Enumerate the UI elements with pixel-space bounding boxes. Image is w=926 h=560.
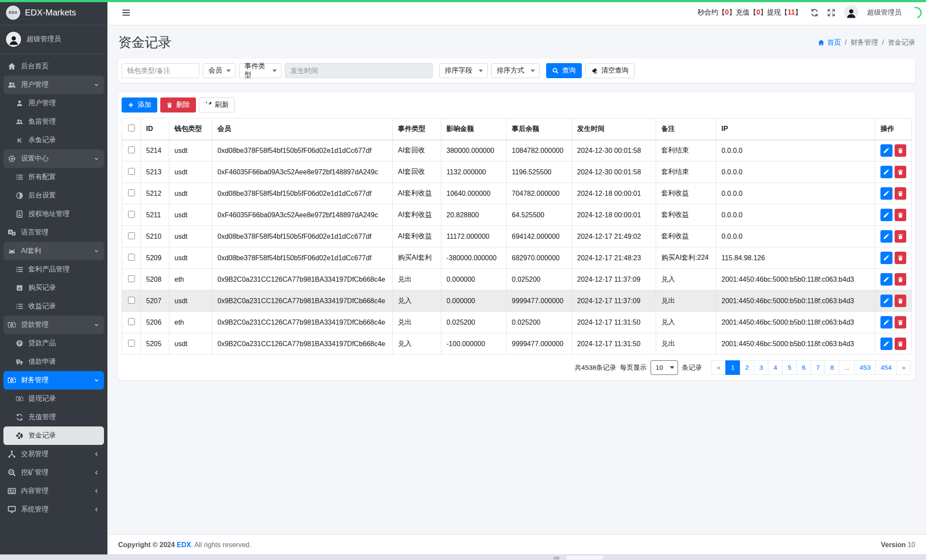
content: 资金记录 首页 / 财务管理 / 资金记录 会员 xyxy=(107,25,926,534)
row-checkbox[interactable] xyxy=(128,275,135,282)
edit-button[interactable] xyxy=(880,144,892,157)
event-type-select[interactable]: 事件类型 xyxy=(239,63,281,78)
sidebar-item-10[interactable]: AI套利 xyxy=(3,242,104,260)
delete-row-button[interactable] xyxy=(895,252,907,264)
delete-row-button[interactable] xyxy=(895,316,907,329)
page-button-1[interactable]: 1 xyxy=(725,360,740,375)
edit-button[interactable] xyxy=(880,209,892,221)
sidebar-item-24[interactable]: 系统管理 xyxy=(3,500,104,519)
sidebar-item-21[interactable]: 交易管理 xyxy=(3,445,104,463)
delete-row-button[interactable] xyxy=(895,187,907,200)
sidebar-item-0[interactable]: 后台首页 xyxy=(3,57,104,76)
delete-row-button[interactable] xyxy=(895,144,907,157)
sidebar-item-7[interactable]: 后台设置 xyxy=(3,186,104,205)
hamburger-menu-icon[interactable] xyxy=(122,8,131,17)
delete-row-button[interactable] xyxy=(895,230,907,243)
occur-time-input[interactable] xyxy=(285,63,433,78)
sidebar-item-4[interactable]: K杀鱼记录 xyxy=(3,131,104,149)
sidebar-item-18[interactable]: 提现记录 xyxy=(3,390,104,408)
sidebar-item-15[interactable]: P贷款产品 xyxy=(3,334,104,353)
sidebar-item-13[interactable]: 收益记录 xyxy=(3,297,104,316)
page-button-4[interactable]: 4 xyxy=(768,360,782,375)
delete-button[interactable]: 删除 xyxy=(160,97,196,113)
sidebar-item-1[interactable]: 用户管理 xyxy=(3,76,104,94)
sidebar-item-3[interactable]: 鱼苗管理 xyxy=(3,113,104,131)
sidebar-item-16[interactable]: 借款申请 xyxy=(3,353,104,371)
cell-actions xyxy=(875,140,912,161)
sidebar-user-panel[interactable]: 超级管理员 xyxy=(0,25,107,54)
member-select[interactable]: 会员 xyxy=(203,63,235,78)
page-button-2[interactable]: 2 xyxy=(740,360,754,375)
sidebar-item-23[interactable]: 内容管理 xyxy=(3,482,104,500)
sidebar-item-8[interactable]: 授权地址管理 xyxy=(3,205,104,223)
select-all-checkbox[interactable] xyxy=(128,125,135,131)
sidebar: EDX EDX-Markets 超级管理员 后台首页用户管理用户管理鱼苗管理K杀… xyxy=(0,0,107,560)
sidebar-item-9[interactable]: Az语言管理 xyxy=(3,223,104,242)
topbar-username[interactable]: 超级管理员 xyxy=(867,8,902,17)
breadcrumb-home-link[interactable]: 首页 xyxy=(818,38,841,47)
search-button[interactable]: 查询 xyxy=(546,63,582,78)
column-header: 备注 xyxy=(656,119,716,140)
delete-row-button[interactable] xyxy=(895,273,907,286)
edit-button[interactable] xyxy=(880,295,892,307)
sidebar-item-12[interactable]: A购买记录 xyxy=(3,279,104,297)
edit-button[interactable] xyxy=(880,338,892,350)
row-checkbox[interactable] xyxy=(128,340,135,347)
page-button-6[interactable]: 6 xyxy=(796,360,811,375)
refresh-button[interactable]: 刷新 xyxy=(199,97,235,113)
sidebar-item-17[interactable]: 财务管理 xyxy=(3,371,104,390)
sidebar-item-6[interactable]: 所有配置 xyxy=(3,168,104,186)
row-checkbox[interactable] xyxy=(128,318,135,325)
trash-icon xyxy=(897,319,904,326)
row-checkbox[interactable] xyxy=(128,168,135,175)
topbar-avatar[interactable] xyxy=(844,5,859,20)
sidebar-item-2[interactable]: 用户管理 xyxy=(3,94,104,113)
row-checkbox[interactable] xyxy=(128,232,135,239)
page-button-3[interactable]: 3 xyxy=(754,360,768,375)
page-button-5[interactable]: 5 xyxy=(782,360,797,375)
per-page-select[interactable]: 10 xyxy=(651,360,678,375)
refresh-icon[interactable] xyxy=(810,9,819,17)
edit-button[interactable] xyxy=(880,316,892,329)
sort-order-select[interactable]: 排序方式 xyxy=(491,63,540,78)
sidebar-item-20[interactable]: 资金记录 xyxy=(3,426,104,445)
row-checkbox[interactable] xyxy=(128,254,135,261)
sidebar-item-19[interactable]: 充值管理 xyxy=(3,408,104,426)
sidebar-item-label: 借款申请 xyxy=(28,357,56,366)
page-button-8[interactable]: 8 xyxy=(825,360,839,375)
row-checkbox[interactable] xyxy=(128,146,135,153)
sort-field-select[interactable]: 排序字段 xyxy=(439,63,488,78)
edit-button[interactable] xyxy=(880,166,892,178)
page-button-453[interactable]: 453 xyxy=(854,360,876,375)
home-icon xyxy=(818,39,825,46)
brand[interactable]: EDX EDX-Markets xyxy=(0,0,107,25)
sidebar-item-14[interactable]: 贷款管理 xyxy=(3,316,104,334)
edit-button[interactable] xyxy=(880,230,892,243)
add-button[interactable]: 添加 xyxy=(122,97,157,113)
row-checkbox[interactable] xyxy=(128,297,135,304)
wallet-type-note-input[interactable] xyxy=(122,63,199,78)
page-button-»[interactable]: » xyxy=(896,360,911,375)
page-button-454[interactable]: 454 xyxy=(875,360,897,375)
clear-search-button[interactable]: 清空查询 xyxy=(585,63,635,78)
sidebar-item-label: 用户管理 xyxy=(28,99,56,108)
edit-button[interactable] xyxy=(880,252,892,264)
sidebar-item-5[interactable]: 设置中心 xyxy=(3,149,104,168)
edit-button[interactable] xyxy=(880,187,892,200)
fullscreen-icon[interactable] xyxy=(827,9,835,17)
search-icon xyxy=(552,67,559,74)
sidebar-item-11[interactable]: 套利产品管理 xyxy=(3,260,104,279)
page-button-7[interactable]: 7 xyxy=(810,360,825,375)
footer-brand-link[interactable]: EDX xyxy=(177,541,191,548)
page-button-...[interactable]: ... xyxy=(839,360,855,375)
delete-row-button[interactable] xyxy=(895,209,907,221)
row-checkbox[interactable] xyxy=(128,189,135,196)
delete-row-button[interactable] xyxy=(895,166,907,178)
row-checkbox[interactable] xyxy=(128,211,135,218)
chevron-down-icon xyxy=(272,70,277,72)
delete-row-button[interactable] xyxy=(895,295,907,307)
sidebar-item-22[interactable]: 挖矿管理 xyxy=(3,463,104,482)
delete-row-button[interactable] xyxy=(895,338,907,350)
page-button-«[interactable]: « xyxy=(711,360,726,375)
edit-button[interactable] xyxy=(880,273,892,286)
